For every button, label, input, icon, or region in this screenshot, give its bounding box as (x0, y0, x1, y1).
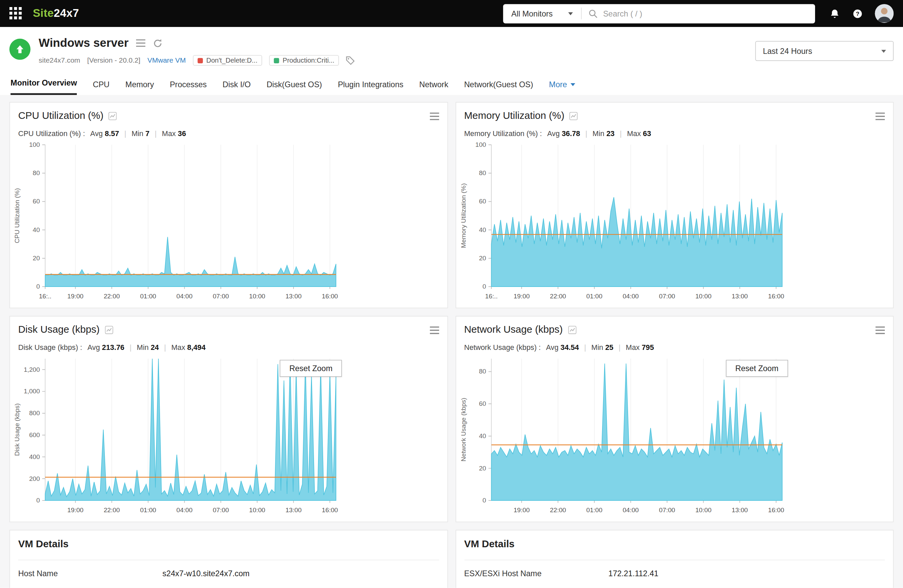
time-range-value: Last 24 Hours (763, 47, 812, 55)
stat-separator: | (585, 130, 587, 138)
vm-details-panel: VM Details ESX/ESXi Host Name 172.21.112… (455, 530, 894, 588)
svg-text:10:00: 10:00 (249, 506, 265, 514)
chevron-down-icon (881, 50, 886, 53)
refresh-icon[interactable] (153, 38, 163, 48)
tag-label: Production:Criti... (283, 57, 334, 64)
svg-text:19:00: 19:00 (513, 293, 529, 300)
search-input[interactable] (602, 8, 808, 19)
panel-menu-icon[interactable] (429, 326, 439, 334)
time-range-dropdown[interactable]: Last 24 Hours (755, 41, 894, 61)
svg-text:04:00: 04:00 (176, 293, 193, 300)
svg-text:22:00: 22:00 (549, 293, 566, 300)
memory-stats-line: Memory Utilization (%) : Avg 36.78 | Min… (456, 122, 893, 138)
user-avatar[interactable] (875, 4, 894, 23)
monitor-tabs: Monitor Overview CPU Memory Processes Di… (0, 78, 903, 95)
svg-text:07:00: 07:00 (212, 506, 229, 514)
status-up-icon (9, 39, 31, 60)
svg-text:40: 40 (33, 226, 40, 234)
site24x7-dashboard: Site24x7 All Monitors ? (0, 0, 903, 588)
stat-metric-label: CPU Utilization (%) : (18, 130, 85, 138)
tag-label: Don't_Delete:D... (206, 57, 257, 64)
tab-memory[interactable]: Memory (125, 80, 154, 95)
tag-color-swatch (197, 58, 203, 63)
hamburger-menu-icon[interactable] (136, 39, 146, 47)
memory-utilization-chart[interactable]: 02040608010016:..19:0022:0001:0004:0007:… (458, 140, 788, 302)
reset-zoom-button[interactable]: Reset Zoom (280, 360, 342, 377)
vmware-vm-link[interactable]: VMware VM (148, 56, 186, 64)
svg-text:22:00: 22:00 (549, 506, 566, 514)
svg-text:07:00: 07:00 (659, 506, 675, 514)
stat-max: Max 8,494 (171, 343, 206, 351)
tab-more[interactable]: More (549, 80, 575, 95)
stat-separator: | (584, 343, 586, 351)
disk-usage-chart[interactable]: 02004006008001,0001,20019:0022:0001:0004… (13, 354, 342, 516)
svg-text:16:00: 16:00 (322, 293, 338, 300)
panel-menu-icon[interactable] (875, 112, 885, 120)
panel-menu-icon[interactable] (875, 326, 885, 334)
page-title: Windows server (39, 36, 129, 50)
tab-network[interactable]: Network (419, 80, 448, 95)
tab-processes[interactable]: Processes (170, 80, 207, 95)
svg-text:40: 40 (479, 226, 486, 234)
svg-text:16:00: 16:00 (768, 293, 784, 300)
stat-separator: | (164, 343, 166, 351)
svg-text:Network Usage (kbps): Network Usage (kbps) (459, 398, 467, 461)
site24x7-logo[interactable]: Site24x7 (33, 7, 79, 20)
top-bar: Site24x7 All Monitors ? (0, 0, 903, 27)
tab-disk-guest-os[interactable]: Disk(Guest OS) (266, 80, 322, 95)
notifications-bell-icon[interactable] (829, 8, 840, 19)
vm-details-panel: VM Details Host Name s24x7-w10.site24x7.… (9, 530, 448, 588)
panel-title: Network Usage (kbps) (464, 324, 563, 336)
monitor-subinfo: site24x7.com [Version - 20.0.2] VMware V… (39, 55, 355, 66)
chart-expand-icon[interactable] (109, 112, 117, 120)
reset-zoom-button[interactable]: Reset Zoom (726, 360, 788, 377)
svg-text:CPU Utilization (%): CPU Utilization (%) (14, 188, 20, 243)
stat-min: Min 23 (593, 130, 615, 138)
svg-text:01:00: 01:00 (586, 506, 602, 514)
top-bar-icons: ? (829, 4, 894, 23)
network-usage-chart[interactable]: 02040608019:0022:0001:0004:0007:0010:001… (458, 354, 788, 516)
monitor-version: [Version - 20.0.2] (87, 56, 140, 64)
panel-menu-icon[interactable] (429, 112, 439, 120)
chart-expand-icon[interactable] (105, 326, 113, 334)
svg-text:20: 20 (33, 255, 40, 262)
network-stats-line: Network Usage (kbps) : Avg 34.54 | Min 2… (456, 336, 893, 351)
svg-text:10:00: 10:00 (695, 293, 711, 300)
tab-monitor-overview[interactable]: Monitor Overview (11, 78, 77, 95)
stat-separator: | (620, 130, 622, 138)
tag-chip[interactable]: Production:Criti... (269, 55, 339, 66)
app-grid-icon[interactable] (9, 7, 22, 20)
tab-disk-io[interactable]: Disk I/O (223, 80, 251, 95)
svg-text:80: 80 (33, 169, 40, 176)
vm-detail-label: Host Name (18, 569, 162, 578)
svg-text:19:00: 19:00 (68, 293, 83, 300)
tab-plugin-integrations[interactable]: Plugin Integrations (338, 80, 404, 95)
stat-metric-label: Memory Utilization (%) : (464, 130, 542, 138)
stat-min: Min 7 (131, 130, 149, 138)
monitor-title-block: Windows server site24x7.com [Version - 2… (39, 36, 355, 66)
svg-text:13:00: 13:00 (732, 506, 748, 514)
help-icon[interactable]: ? (852, 8, 863, 19)
chart-expand-icon[interactable] (568, 326, 576, 334)
svg-text:07:00: 07:00 (212, 293, 229, 300)
disk-stats-line: Disk Usage (kbps) : Avg 213.76 | Min 24 … (10, 336, 447, 351)
chevron-down-icon (568, 12, 573, 15)
cpu-utilization-panel: CPU Utilization (%) CPU Utilization (%) … (9, 102, 448, 309)
tab-cpu[interactable]: CPU (93, 80, 110, 95)
chart-expand-icon[interactable] (570, 112, 578, 120)
tab-network-guest-os[interactable]: Network(Guest OS) (464, 80, 533, 95)
stat-avg: Avg 36.78 (547, 130, 580, 138)
svg-text:20: 20 (479, 255, 486, 262)
tag-icon[interactable] (346, 56, 355, 65)
tag-chip[interactable]: Don't_Delete:D... (193, 55, 262, 66)
cpu-utilization-chart[interactable]: 02040608010016:..19:0022:0001:0004:0007:… (13, 140, 342, 302)
stat-max: Max 795 (626, 343, 654, 351)
monitor-filter-dropdown[interactable]: All Monitors (503, 9, 581, 18)
memory-utilization-panel: Memory Utilization (%) Memory Utilizatio… (455, 102, 894, 309)
svg-text:1,200: 1,200 (24, 366, 40, 373)
cpu-stats-line: CPU Utilization (%) : Avg 8.57 | Min 7 |… (10, 122, 447, 138)
vm-detail-row: ESX/ESXi Host Name 172.21.112.41 (464, 560, 885, 578)
svg-text:04:00: 04:00 (622, 293, 639, 300)
svg-text:60: 60 (33, 198, 40, 205)
svg-text:16:..: 16:.. (39, 293, 51, 300)
